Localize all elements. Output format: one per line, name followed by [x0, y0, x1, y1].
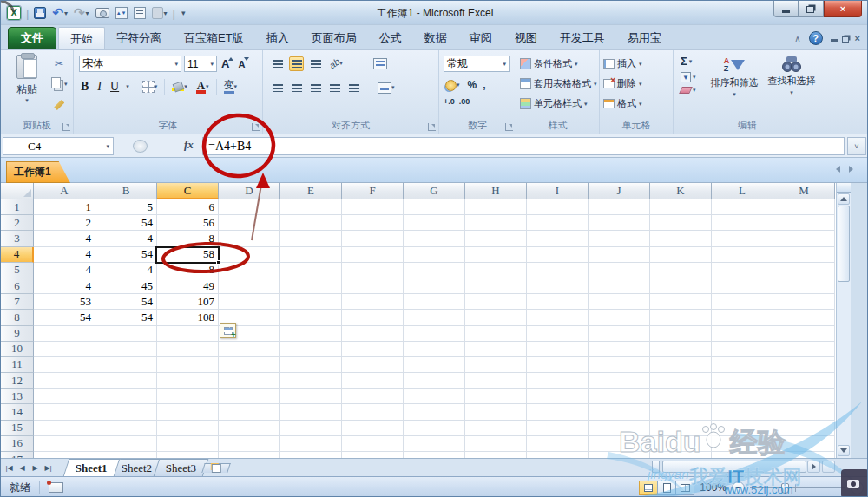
column-header-A[interactable]: A	[34, 183, 95, 199]
cell-M16[interactable]	[773, 436, 835, 452]
cell-L15[interactable]	[712, 421, 773, 436]
align-bottom-button[interactable]	[308, 56, 323, 71]
cell-H5[interactable]	[465, 263, 527, 278]
cell-L12[interactable]	[712, 373, 773, 389]
sort-filter-button[interactable]: AZ 排序和筛选▾	[707, 54, 762, 98]
row-header-12[interactable]: 12	[1, 373, 34, 389]
cell-A6[interactable]: 4	[34, 278, 95, 294]
ribbon-tab-审阅[interactable]: 审阅	[458, 27, 503, 49]
fill-color-button[interactable]: ▾	[170, 79, 189, 95]
cell-E16[interactable]	[280, 436, 342, 452]
cell-A4[interactable]: 4	[34, 247, 95, 263]
cell-J15[interactable]	[589, 421, 650, 436]
cell-B17[interactable]	[95, 452, 157, 458]
cell-G3[interactable]	[404, 231, 465, 246]
cell-F11[interactable]	[342, 357, 404, 373]
cell-C13[interactable]	[157, 389, 219, 404]
cell-F12[interactable]	[342, 373, 404, 389]
cell-A12[interactable]	[34, 373, 95, 389]
ribbon-tab-数据[interactable]: 数据	[413, 27, 458, 49]
collapse-ribbon-icon[interactable]: ∧	[794, 34, 800, 43]
cell-F17[interactable]	[342, 452, 404, 458]
cell-K16[interactable]	[650, 436, 712, 452]
page-break-view-button[interactable]	[675, 481, 694, 495]
increase-indent-button[interactable]	[346, 81, 361, 95]
decrease-decimal-button[interactable]: .00	[459, 97, 470, 106]
cell-J12[interactable]	[589, 373, 650, 389]
cell-K15[interactable]	[650, 421, 712, 436]
minimize-button[interactable]	[773, 1, 799, 17]
autosum-button[interactable]: Σ▾	[681, 55, 696, 68]
cell-G17[interactable]	[404, 452, 465, 458]
cell-E15[interactable]	[280, 421, 342, 436]
workbook-close-icon[interactable]: ×	[855, 33, 860, 43]
workbook-tab[interactable]: 工作簿1	[6, 161, 70, 183]
cell-C2[interactable]: 56	[157, 215, 219, 231]
sheet-tab-Sheet1[interactable]: Sheet1	[63, 459, 120, 476]
cell-B3[interactable]: 4	[95, 231, 157, 246]
cell-D16[interactable]	[219, 436, 280, 452]
cell-M10[interactable]	[773, 342, 835, 357]
cell-J5[interactable]	[589, 263, 650, 278]
cell-G16[interactable]	[404, 436, 465, 452]
cell-B11[interactable]	[95, 357, 157, 373]
cell-A17[interactable]	[34, 452, 95, 458]
wrap-text-button[interactable]	[372, 56, 389, 71]
cell-I8[interactable]	[527, 310, 589, 325]
cell-D3[interactable]	[219, 231, 280, 246]
row-header-1[interactable]: 1	[1, 199, 34, 215]
cell-F1[interactable]	[342, 199, 404, 215]
cell-G4[interactable]	[404, 247, 465, 263]
file-tab[interactable]: 文件	[8, 27, 56, 49]
prev-sheet-button[interactable]: ◀	[16, 461, 28, 474]
cell-C9[interactable]	[157, 326, 219, 342]
cell-M12[interactable]	[773, 373, 835, 389]
row-header-4[interactable]: 4	[1, 247, 34, 263]
cell-E4[interactable]	[280, 247, 342, 263]
cell-B9[interactable]	[95, 326, 157, 342]
cell-K13[interactable]	[650, 389, 712, 404]
ribbon-tab-易用宝[interactable]: 易用宝	[616, 27, 673, 49]
orientation-button[interactable]: ab▾	[327, 56, 345, 71]
cell-A9[interactable]	[34, 326, 95, 342]
clipboard-dialog-launcher[interactable]	[62, 123, 70, 131]
cell-F3[interactable]	[342, 231, 404, 246]
cell-J17[interactable]	[589, 452, 650, 458]
cell-M13[interactable]	[773, 389, 835, 404]
cell-C17[interactable]	[157, 452, 219, 458]
increase-decimal-button[interactable]: +.0	[444, 97, 455, 106]
cell-B15[interactable]	[95, 421, 157, 436]
cell-L13[interactable]	[712, 389, 773, 404]
bold-button[interactable]: B	[79, 79, 90, 95]
macro-record-icon[interactable]	[49, 482, 63, 493]
cell-C10[interactable]	[157, 342, 219, 357]
ribbon-tab-公式[interactable]: 公式	[368, 27, 413, 49]
cell-K7[interactable]	[650, 294, 712, 310]
cell-K4[interactable]	[650, 247, 712, 263]
page-layout-view-button[interactable]	[657, 481, 676, 495]
cell-E9[interactable]	[280, 326, 342, 342]
underline-button[interactable]: U	[108, 79, 121, 95]
cell-D11[interactable]	[219, 357, 280, 373]
row-header-16[interactable]: 16	[1, 436, 34, 452]
column-header-B[interactable]: B	[95, 183, 157, 199]
borders-button[interactable]: ▾	[141, 79, 160, 95]
delete-cells-button[interactable]: 删除▾	[603, 77, 642, 90]
scroll-right-button[interactable]	[807, 461, 820, 473]
cell-H6[interactable]	[465, 278, 527, 294]
cell-B1[interactable]: 5	[95, 199, 157, 215]
alignment-dialog-launcher[interactable]	[428, 123, 436, 131]
cell-G6[interactable]	[404, 278, 465, 294]
cell-L10[interactable]	[712, 342, 773, 357]
cell-B14[interactable]	[95, 404, 157, 420]
autofill-options-button[interactable]	[220, 323, 236, 338]
horizontal-scroll-thumb[interactable]	[662, 461, 806, 473]
ribbon-tab-插入[interactable]: 插入	[255, 27, 300, 49]
cell-A14[interactable]	[34, 404, 95, 420]
cell-G12[interactable]	[404, 373, 465, 389]
cell-M6[interactable]	[773, 278, 835, 294]
cell-A10[interactable]	[34, 342, 95, 357]
cell-H2[interactable]	[465, 215, 527, 231]
cell-I10[interactable]	[527, 342, 589, 357]
cell-I13[interactable]	[527, 389, 589, 404]
